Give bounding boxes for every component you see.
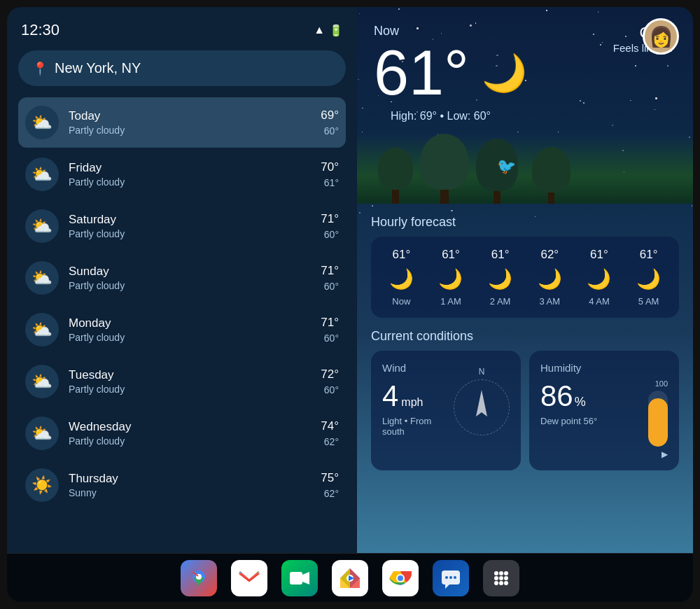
hourly-time: Now — [392, 296, 410, 307]
svg-point-26 — [504, 571, 508, 575]
forecast-icon: ⛅ — [25, 209, 59, 243]
forecast-icon: ☀️ — [25, 468, 59, 502]
forecast-item-thursday[interactable]: ☀️ Thursday Sunny 75° 62° — [18, 460, 346, 510]
hourly-item: 62° 🌙 3 AM — [538, 248, 562, 307]
avatar[interactable]: 👩 — [643, 18, 679, 55]
bird-icon: 🐦 — [497, 158, 516, 176]
forecast-condition: Partly cloudy — [69, 280, 321, 291]
hourly-time: 1 AM — [440, 296, 461, 307]
dock-meet-button[interactable] — [281, 560, 318, 596]
svg-point-31 — [499, 581, 503, 585]
forecast-day: Sunday — [69, 265, 321, 279]
temp-high: 71° — [321, 212, 339, 226]
forecast-item-wednesday[interactable]: ⛅ Wednesday Partly cloudy 74° 62° — [18, 408, 346, 458]
wifi-icon: ▲ — [314, 24, 325, 36]
right-panel: 👩 Now 61° 🌙 Clear Feels like 61° High: 6… — [357, 7, 693, 553]
forecast-icon: ⛅ — [25, 106, 59, 139]
temp-high: 71° — [321, 264, 339, 278]
hourly-temp: 61° — [590, 248, 608, 262]
hourly-section: Hourly forecast 61° 🌙 Now 61° 🌙 1 AM 61°… — [357, 204, 693, 323]
temp-high: 74° — [321, 419, 339, 433]
dock-apps-button[interactable] — [483, 560, 519, 596]
svg-point-27 — [494, 576, 498, 580]
left-panel: 12:30 ▲ 🔋 📍 New York, NY ⛅ Today Partly … — [7, 7, 357, 553]
hourly-time: 3 AM — [539, 296, 560, 307]
forecast-day: Tuesday — [69, 368, 321, 382]
forecast-info: Wednesday Partly cloudy — [69, 420, 321, 447]
humidity-bar-container: 100 ▶ — [648, 379, 668, 459]
hourly-item: 61° 🌙 5 AM — [636, 248, 661, 307]
svg-rect-7 — [290, 572, 302, 584]
temp-low: 60° — [321, 332, 339, 344]
temp-high: 69° — [321, 108, 339, 122]
svg-point-22 — [454, 576, 456, 579]
forecast-icon: ⛅ — [25, 365, 59, 398]
wind-speed: 4 — [382, 379, 398, 413]
forecast-icon: ⛅ — [25, 313, 59, 346]
wind-card: Wind 4 mph Light • From south — [371, 351, 521, 470]
svg-point-24 — [494, 571, 498, 575]
dock-chrome-button[interactable] — [382, 560, 419, 596]
dock-messages-button[interactable] — [433, 560, 469, 596]
hourly-section-title: Hourly forecast — [371, 215, 679, 230]
forecast-temps: 74° 62° — [321, 419, 339, 447]
forecast-item-today[interactable]: ⛅ Today Partly cloudy 69° 60° — [18, 97, 346, 148]
forecast-item-friday[interactable]: ⛅ Friday Partly cloudy 70° 61° — [18, 149, 346, 200]
hourly-temp: 61° — [442, 248, 460, 262]
svg-point-25 — [499, 571, 503, 575]
forecast-day: Friday — [69, 161, 321, 175]
forecast-info: Tuesday Partly cloudy — [69, 368, 321, 395]
forecast-temps: 70° 61° — [321, 160, 339, 188]
svg-point-18 — [398, 575, 403, 581]
humidity-info: 86 % Dew point 56° — [540, 379, 641, 426]
svg-marker-8 — [302, 572, 309, 584]
compass-n: N — [479, 367, 485, 377]
svg-point-20 — [445, 576, 448, 579]
temp-high: 72° — [321, 368, 339, 382]
conditions-section: Current conditions Wind 4 mph Li — [357, 323, 693, 482]
hourly-temp: 61° — [392, 248, 410, 262]
conditions-section-title: Current conditions — [371, 329, 679, 344]
hourly-icon: 🌙 — [587, 267, 611, 290]
hourly-item: 61° 🌙 2 AM — [488, 248, 512, 307]
humidity-bar — [648, 391, 668, 447]
humidity-bar-area: 86 % Dew point 56° 100 ▶ — [540, 379, 668, 459]
forecast-info: Saturday Partly cloudy — [69, 213, 321, 239]
wind-value: 4 mph — [382, 379, 447, 413]
forecast-info: Thursday Sunny — [69, 472, 321, 498]
hourly-time: 2 AM — [490, 296, 511, 307]
temp-high: 71° — [321, 316, 339, 330]
dew-point: Dew point 56° — [540, 416, 641, 426]
hourly-temp: 62° — [540, 248, 559, 262]
wind-arrow — [468, 388, 496, 426]
forecast-temps: 69° 60° — [321, 108, 339, 136]
battery-icon: 🔋 — [329, 24, 343, 37]
hourly-temp: 61° — [491, 248, 510, 262]
location-bar[interactable]: 📍 New York, NY — [18, 50, 346, 86]
forecast-day: Today — [69, 109, 321, 123]
forecast-item-monday[interactable]: ⛅ Monday Partly cloudy 71° 60° — [18, 304, 346, 355]
dock-maps-button[interactable] — [181, 560, 217, 596]
humidity-label: Humidity — [540, 362, 668, 374]
compass: N — [454, 379, 510, 435]
forecast-condition: Partly cloudy — [69, 176, 321, 188]
forecast-item-tuesday[interactable]: ⛅ Tuesday Partly cloudy 72° 60° — [18, 356, 346, 407]
forecast-item-saturday[interactable]: ⛅ Saturday Partly cloudy 71° 60° — [18, 201, 346, 251]
humidity-card: Humidity 86 % Dew point 56° 100 — [529, 351, 679, 470]
forecast-condition: Partly cloudy — [69, 125, 321, 136]
forecast-item-sunday[interactable]: ⛅ Sunday Partly cloudy 71° 60° — [18, 253, 346, 303]
forecast-info: Friday Partly cloudy — [69, 161, 321, 188]
dock-play-button[interactable] — [332, 560, 368, 596]
wind-compass-area: 4 mph Light • From south N — [382, 379, 510, 437]
dock-gmail-button[interactable] — [231, 560, 267, 596]
svg-point-30 — [494, 581, 498, 585]
svg-point-28 — [499, 576, 503, 580]
forecast-list: ⛅ Today Partly cloudy 69° 60° ⛅ Friday P… — [18, 97, 346, 553]
forecast-condition: Sunny — [69, 487, 321, 498]
forecast-icon: ⛅ — [25, 261, 59, 295]
conditions-grid: Wind 4 mph Light • From south — [371, 351, 679, 470]
temp-low: 62° — [321, 436, 339, 447]
temp-high: 75° — [321, 471, 339, 485]
temp-low: 60° — [321, 281, 339, 292]
svg-point-29 — [504, 576, 508, 580]
